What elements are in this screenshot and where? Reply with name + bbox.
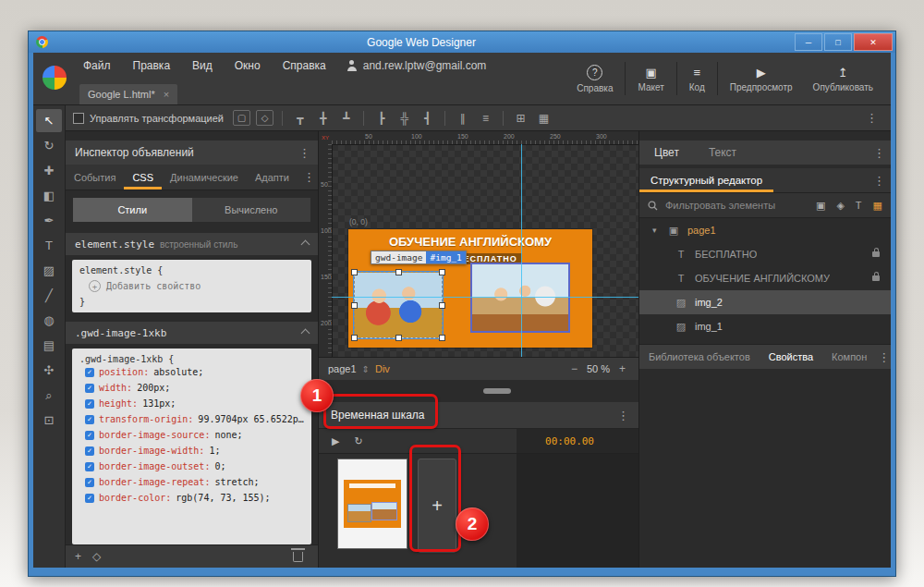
filter-components-icon[interactable]: ▦ bbox=[870, 200, 885, 212]
rule-section-header[interactable]: .gwd-image-1xkb bbox=[66, 322, 318, 344]
resize-handle[interactable] bbox=[395, 335, 402, 341]
collapse-icon[interactable] bbox=[301, 328, 310, 337]
filter-groups-icon[interactable]: ◈ bbox=[833, 200, 846, 212]
bottom-tabs-overflow-icon[interactable]: ⋮ bbox=[876, 350, 891, 364]
resize-handle[interactable] bbox=[351, 269, 358, 275]
element-style-section-header[interactable]: element.style встроенный стиль bbox=[66, 233, 318, 255]
css-property-row[interactable]: ✓ border-color: rgb(74, 73, 155); bbox=[79, 490, 304, 506]
property-checkbox[interactable]: ✓ bbox=[85, 399, 94, 409]
tag-tool-icon[interactable]: ◧ bbox=[36, 184, 62, 207]
timeline-menu-icon[interactable]: ⋮ bbox=[612, 409, 635, 422]
free-rotate-icon[interactable]: ◇ bbox=[256, 110, 274, 126]
zoom-out-button[interactable]: − bbox=[567, 362, 581, 375]
lock-icon[interactable] bbox=[872, 251, 880, 257]
account-menu[interactable]: and.rew.lptw@gmail.com bbox=[346, 59, 487, 72]
layout-button[interactable]: ▣ Макет bbox=[627, 65, 674, 92]
align-bottom-icon[interactable]: ┻ bbox=[337, 112, 355, 125]
filter-images-icon[interactable]: ▣ bbox=[813, 200, 828, 212]
vertical-guide[interactable] bbox=[521, 144, 522, 357]
tree-row-img1[interactable]: ▨ img_1 bbox=[639, 314, 891, 338]
property-checkbox[interactable]: ✓ bbox=[85, 462, 94, 471]
play-button[interactable]: ▶ bbox=[332, 435, 339, 447]
tab-responsive[interactable]: Адапти bbox=[247, 165, 298, 190]
lock-icon[interactable] bbox=[872, 275, 880, 281]
loop-button[interactable]: ↻ bbox=[354, 435, 362, 447]
minimize-button[interactable]: ─ bbox=[795, 33, 822, 51]
line-tool-icon[interactable]: ╱ bbox=[36, 284, 62, 307]
zoom-level[interactable]: 50 % bbox=[587, 363, 610, 374]
filter-input[interactable] bbox=[663, 199, 808, 212]
titlebar[interactable]: Google Web Designer ─ □ ✕ bbox=[29, 31, 895, 53]
help-button[interactable]: ? Справка bbox=[566, 65, 623, 93]
text-tool-icon[interactable]: T bbox=[36, 234, 62, 257]
resize-handle[interactable] bbox=[439, 302, 445, 309]
tab-dynamic[interactable]: Динамические bbox=[162, 165, 247, 190]
horizontal-guide[interactable] bbox=[332, 297, 638, 298]
tree-row-page1[interactable]: ▾ ▣ page1 bbox=[639, 218, 891, 242]
structure-menu-icon[interactable]: ⋮ bbox=[868, 174, 891, 188]
computed-tab[interactable]: Вычислено bbox=[192, 198, 311, 222]
code-button[interactable]: ≡ Код bbox=[679, 65, 715, 92]
preview-button[interactable]: ▶ Предпросмотр bbox=[720, 65, 803, 92]
layout-grid-icon[interactable]: ▦ bbox=[535, 112, 553, 125]
same-size-icon[interactable]: ⊞ bbox=[512, 112, 529, 125]
tab-close-icon[interactable]: × bbox=[164, 89, 169, 100]
components-tab[interactable]: Компон bbox=[822, 351, 876, 362]
css-property-row[interactable]: ✓ transform-origin: 99.9704px 65.6522px … bbox=[79, 411, 304, 427]
swap-icon[interactable]: ⇕ bbox=[362, 364, 370, 374]
horizontal-scrollbar[interactable] bbox=[483, 388, 511, 394]
align-middle-icon[interactable]: ╋ bbox=[314, 112, 332, 125]
close-button[interactable]: ✕ bbox=[854, 33, 893, 51]
color-tab[interactable]: Цвет bbox=[639, 146, 694, 159]
banner-artboard[interactable]: ОБУЧЕНИЕ АНГЛИЙСКОМУ БЕСПЛАТНО bbox=[348, 229, 592, 348]
translate-3d-tool-icon[interactable]: ✚ bbox=[36, 159, 62, 182]
publish-button[interactable]: ↥ Опубликовать bbox=[803, 65, 883, 92]
shape-tool-icon[interactable]: ▨ bbox=[36, 259, 62, 282]
zoom-tool-icon[interactable]: ⌕ bbox=[36, 384, 62, 407]
delete-rule-icon[interactable] bbox=[293, 552, 303, 562]
resize-handle[interactable] bbox=[439, 335, 445, 341]
color-panel-menu-icon[interactable]: ⋮ bbox=[868, 146, 891, 160]
element-style-editor[interactable]: element.style { + Добавить свойство } bbox=[72, 260, 311, 312]
selection-tool-icon[interactable]: ↖ bbox=[36, 109, 62, 132]
page-thumbnail[interactable] bbox=[337, 459, 407, 549]
image-img2[interactable] bbox=[470, 263, 570, 333]
tree-row-besplatno[interactable]: T БЕСПЛАТНО bbox=[639, 242, 891, 266]
align-left-icon[interactable]: ┣ bbox=[372, 112, 390, 125]
menu-view[interactable]: Вид bbox=[181, 59, 224, 72]
resize-handle[interactable] bbox=[351, 335, 358, 341]
property-checkbox[interactable]: ✓ bbox=[85, 415, 94, 424]
align-center-icon[interactable]: ╬ bbox=[395, 112, 413, 125]
css-property-row[interactable]: ✓ border-image-outset: 0; bbox=[79, 459, 304, 474]
css-property-row[interactable]: ✓ border-image-source: none; bbox=[79, 427, 304, 443]
resize-handle[interactable] bbox=[351, 302, 358, 309]
collapse-icon[interactable] bbox=[301, 239, 310, 249]
properties-tab[interactable]: Свойства bbox=[760, 351, 822, 362]
text-tab[interactable]: Текст bbox=[694, 146, 751, 159]
css-property-row[interactable]: ✓ border-image-repeat: stretch; bbox=[79, 474, 304, 490]
canvas[interactable]: (0, 0) ОБУЧЕНИЕ АНГЛИЙСКОМУ БЕСПЛАТНО bbox=[332, 144, 638, 357]
hand-tool-icon[interactable]: ✣ bbox=[36, 359, 62, 382]
resize-handle[interactable] bbox=[395, 269, 402, 275]
property-checkbox[interactable]: ✓ bbox=[85, 478, 94, 487]
property-checkbox[interactable]: ✓ bbox=[85, 431, 94, 440]
resize-handle[interactable] bbox=[439, 269, 445, 275]
inspector-menu-icon[interactable]: ⋮ bbox=[293, 146, 316, 160]
menu-help[interactable]: Справка bbox=[272, 59, 337, 72]
zoom-in-button[interactable]: + bbox=[615, 362, 629, 375]
tab-events[interactable]: События bbox=[66, 165, 124, 190]
menu-window[interactable]: Окно bbox=[224, 59, 272, 72]
filter-text-icon[interactable]: T bbox=[853, 200, 865, 211]
align-top-icon[interactable]: ┳ bbox=[291, 112, 309, 125]
tab-css[interactable]: CSS bbox=[124, 165, 162, 190]
toolbar-overflow-icon[interactable]: ⋮ bbox=[860, 111, 883, 125]
css-property-row[interactable]: ✓ border-image-width: 1; bbox=[79, 443, 304, 459]
css-property-row[interactable]: ✓ width: 200px; bbox=[79, 380, 304, 396]
breadcrumb-element[interactable]: Div bbox=[375, 363, 390, 374]
gradient-tool-icon[interactable]: ▤ bbox=[36, 334, 62, 357]
css-property-row[interactable]: ✓ position: absolute; bbox=[79, 364, 304, 380]
property-checkbox[interactable]: ✓ bbox=[85, 446, 94, 456]
rule-editor[interactable]: .gwd-image-1xkb { ✓ position: absolute; … bbox=[72, 349, 311, 544]
add-rule-icon[interactable]: + bbox=[75, 550, 81, 563]
fullscreen-icon[interactable]: ⊡ bbox=[36, 409, 62, 432]
